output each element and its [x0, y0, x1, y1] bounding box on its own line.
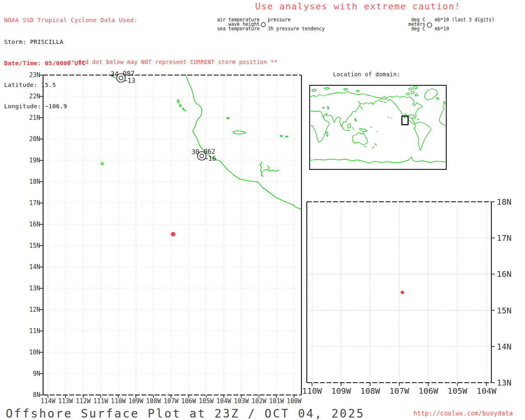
station-air-temp: 34: [102, 71, 119, 77]
main-lat-tick-label: 14N: [22, 263, 40, 271]
station-pressure: 087: [123, 71, 135, 77]
main-lon-tick-label: 101W: [269, 397, 284, 405]
main-lon-tick-label: 112W: [76, 397, 91, 405]
main-lat-tick-label: 13N: [22, 285, 40, 292]
main-lat-tick-label: 9N: [22, 370, 40, 377]
offshore-surface-plot-page: NOAA SSD Tropical Cyclone Data Used: Sto…: [0, 0, 525, 420]
main-lon-tick-label: 100W: [287, 397, 301, 405]
storm-position-dot-main: [171, 232, 176, 237]
source-url[interactable]: http://coolwx.com/buoydata: [413, 410, 513, 417]
main-lat-tick-label: 18N: [22, 178, 40, 185]
caution-heading: Use analyses with extreme caution!: [255, 1, 461, 11]
legend-units-circle-icon: [427, 23, 432, 27]
zoom-lat-tick-label: 13N: [497, 378, 511, 388]
plot-title: Offshore Surface Plot at 23Z / OCT 04, 2…: [6, 407, 365, 420]
legend-sea-temperature-label: sea temperature: [215, 26, 260, 31]
main-lon-tick-label: 105W: [199, 397, 214, 405]
main-lat-tick-label: 8N: [22, 391, 40, 399]
main-lat-tick-label: 11N: [22, 327, 40, 335]
legend-mb10-label: mb*10: [435, 26, 449, 31]
station-pressure: 062: [203, 148, 215, 155]
main-lat-tick-label: 12N: [22, 306, 40, 313]
longitude-line: Longitude: −106.9: [4, 103, 137, 110]
zoom-lon-tick-label: 107W: [389, 386, 409, 396]
main-lon-tick-label: 113W: [58, 397, 73, 405]
main-lon-tick-label: 103W: [234, 397, 249, 405]
zoom-lon-tick-label: 104W: [477, 386, 496, 396]
legend-pressure-label: pressure: [268, 17, 290, 22]
zoom-lat-tick-label: 17N: [497, 233, 511, 243]
zoom-lon-tick-label: 108W: [360, 386, 380, 396]
zoom-lon-tick-label: 110W: [302, 386, 322, 396]
zoom-lon-tick-label: 109W: [331, 386, 351, 396]
zoom-lat-tick-label: 16N: [497, 269, 511, 279]
main-lat-tick-label: 15N: [22, 242, 40, 249]
main-lon-tick-label: 102W: [251, 397, 266, 405]
main-lon-tick-label: 107W: [164, 397, 178, 405]
main-lon-tick-label: 106W: [181, 397, 196, 405]
main-lat-tick-label: 22N: [22, 93, 40, 100]
main-lat-tick-label: 23N: [22, 71, 40, 79]
data-source-line: NOAA SSD Tropical Cyclone Data Used:: [4, 17, 137, 24]
legend-station-circle-icon: [261, 23, 265, 27]
station-pressure-tendency: −16: [204, 155, 216, 162]
main-lat-tick-label: 17N: [22, 199, 40, 207]
zoom-lat-tick-label: 15N: [497, 306, 511, 315]
main-lat-tick-label: 19N: [22, 157, 40, 164]
station-air-temp: 30: [183, 149, 199, 155]
zoom-lat-tick-label: 14N: [497, 342, 511, 352]
main-lon-tick-label: 108W: [146, 397, 161, 405]
location-of-domain-title: Location of domain:: [333, 71, 400, 78]
zoom-map-gridlines: [308, 202, 495, 386]
zoom-lat-tick-label: 18N: [497, 197, 511, 207]
main-lat-tick-label: 16N: [22, 221, 40, 228]
main-lon-tick-label: 114W: [41, 397, 55, 405]
main-lon-tick-label: 109W: [128, 397, 143, 405]
main-lon-tick-label: 111W: [94, 397, 108, 405]
station-pressure-tendency: −13: [123, 78, 135, 84]
storm-name-line: Storm: PRISCILLA: [4, 39, 137, 46]
main-lon-tick-label: 110W: [111, 397, 126, 405]
zoom-lon-tick-label: 106W: [418, 386, 438, 396]
storm-position-dot-zoom: [401, 291, 404, 294]
zoom-lon-tick-label: 105W: [447, 386, 467, 396]
latitude-line: Latitude: 15.5: [4, 82, 137, 89]
legend-mb10-last3-label: mb*10 (last 3 digits): [435, 17, 494, 22]
legend-pressure-tendency-label: 3h pressure tendency: [268, 26, 324, 31]
red-dot-warning-note: ** Red dot below may NOT represent CURRE…: [43, 59, 302, 65]
main-lat-tick-label: 10N: [22, 349, 40, 356]
legend-degc-sea-label: deg C: [393, 26, 425, 31]
main-lat-tick-label: 21N: [22, 114, 40, 121]
world-map: [310, 85, 446, 169]
main-lon-tick-label: 104W: [217, 397, 231, 405]
main-lat-tick-label: 20N: [22, 135, 40, 143]
